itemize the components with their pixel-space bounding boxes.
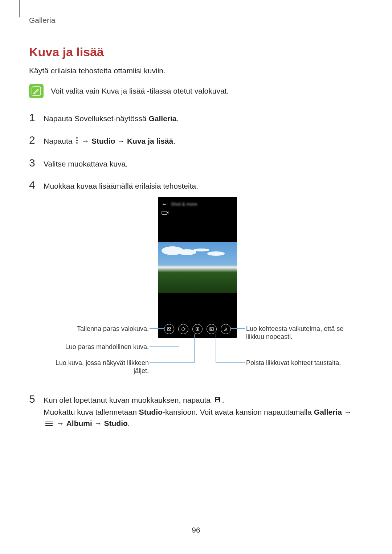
phone-screenshot: ← Shot & more [158, 197, 237, 338]
callout-left-3b: jäljet. [29, 367, 149, 375]
text-bold: Kuva ja lisää [127, 137, 173, 145]
save-icon [214, 395, 221, 406]
section-title: Kuva ja lisää [29, 45, 363, 59]
text-bold: Studio [91, 137, 115, 145]
svg-point-1 [76, 137, 78, 139]
text: Napauta Sovellukset-näytössä [44, 114, 149, 123]
effect-btn-1 [164, 324, 174, 334]
text: Muokattu kuva tallennetaan [44, 408, 139, 416]
step-number: 1 [29, 111, 37, 124]
back-arrow-icon: ← [162, 201, 167, 208]
step-body: Valitse muokattava kuva. [44, 158, 128, 170]
callout-vline [194, 334, 195, 362]
page-content: Galleria Kuva ja lisää Käytä erilaisia t… [0, 0, 392, 430]
callout-left-2: Luo paras mahdollinen kuva. [29, 343, 149, 351]
step-1: 1 Napauta Sovellukset-näytössä Galleria. [29, 111, 363, 124]
callout-line [150, 362, 195, 363]
mode-icon [162, 210, 169, 215]
arrow: → [115, 137, 127, 145]
step-number: 4 [29, 179, 37, 191]
text: Napauta [44, 137, 74, 145]
callout-line [150, 346, 179, 347]
pencil-icon [32, 86, 41, 96]
step-5: 5 Kun olet lopettanut kuvan muokkauksen,… [29, 393, 363, 430]
text-bold: Albumi [66, 419, 92, 427]
phone-title-blur: Shot & more [171, 201, 197, 207]
text: . [128, 419, 130, 427]
phone-subbar [158, 209, 237, 218]
step-body: Napauta Sovellukset-näytössä Galleria. [44, 113, 179, 124]
svg-rect-13 [216, 400, 219, 402]
step-number: 3 [29, 157, 37, 169]
phone-actionbar: ← Shot & more [158, 197, 237, 209]
text-bold: Studio [139, 408, 163, 416]
callout-vline [216, 334, 216, 362]
arrow: → [54, 419, 66, 427]
step-3: 3 Valitse muokattava kuva. [29, 157, 363, 170]
effect-btn-3 [192, 324, 203, 334]
cloud [162, 246, 183, 255]
text: -kansioon. Voit avata kansion napauttama… [163, 408, 314, 416]
arrow: → [342, 408, 352, 416]
callout-right-1b: liikkuu nopeasti. [246, 333, 362, 341]
callout-left-1: Tallenna paras valokuva. [29, 325, 149, 333]
svg-rect-14 [218, 398, 219, 399]
text: Kun olet lopettanut kuvan muokkauksen, n… [44, 396, 213, 404]
phone-bottom-buttons [158, 324, 237, 334]
text-bold: Studio [104, 419, 128, 427]
page-number: 96 [0, 526, 392, 534]
note-icon [29, 84, 44, 98]
header-breadcrumb: Galleria [29, 16, 363, 25]
callout-right-2: Poista liikkuvat kohteet taustalta. [246, 359, 362, 367]
text: . [222, 396, 224, 404]
step-body: Muokkaa kuvaa lisäämällä erilaisia tehos… [44, 180, 198, 192]
text-bold: Galleria [314, 408, 342, 416]
arrow: → [79, 137, 91, 145]
callout-line [216, 362, 245, 363]
callout-vline [179, 334, 179, 346]
page-top-rule [19, 0, 20, 17]
svg-rect-4 [162, 211, 167, 214]
text: . [173, 137, 175, 145]
step-number: 5 [29, 393, 37, 405]
svg-point-8 [197, 328, 198, 329]
svg-point-10 [225, 328, 227, 329]
more-icon [76, 136, 78, 147]
intro-text: Käytä erilaisia tehosteita ottamiisi kuv… [29, 66, 363, 75]
effect-btn-2 [178, 324, 188, 334]
step-number: 2 [29, 134, 37, 146]
svg-point-2 [76, 140, 78, 141]
step-4: 4 Muokkaa kuvaa lisäämällä erilaisia teh… [29, 179, 363, 192]
text-bold: Galleria [149, 114, 177, 123]
text: . [177, 114, 179, 123]
menu-icon [45, 418, 53, 430]
step-body: Napauta → Studio → Kuva ja lisää. [44, 135, 175, 147]
arrow: → [92, 419, 104, 427]
callout-right-1a: Luo kohteesta vaikutelma, että se [246, 325, 362, 333]
callout-line [231, 328, 245, 329]
step-body: Kun olet lopettanut kuvan muokkauksen, n… [44, 394, 352, 430]
effect-btn-4 [207, 324, 217, 334]
svg-point-3 [76, 142, 78, 144]
svg-point-6 [182, 328, 185, 331]
figure: ← Shot & more Tallenna paras valokuva. L… [29, 197, 363, 382]
phone-image-preview [158, 242, 237, 293]
effect-btn-5 [221, 324, 231, 334]
callout-left-3a: Luo kuva, jossa näkyvät liikkeen [29, 359, 149, 367]
note-text: Voit valita vain Kuva ja lisää -tilassa … [51, 87, 229, 95]
note-block: Voit valita vain Kuva ja lisää -tilassa … [29, 84, 363, 98]
step-2: 2 Napauta → Studio → Kuva ja lisää. [29, 134, 363, 147]
callout-line [150, 328, 164, 329]
